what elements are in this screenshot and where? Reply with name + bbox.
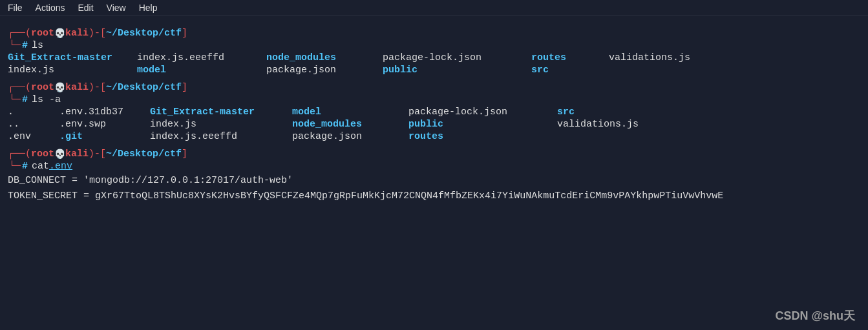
bracket-open-1: ┌──( <box>8 28 31 39</box>
ls-output-1: Git_Extract-master index.js.eeeffd node_… <box>8 52 860 76</box>
watermark: CSDN @shu天 <box>775 308 855 324</box>
ls-item: Git_Extract-master <box>8 52 137 63</box>
ls-item: .env.swp <box>59 119 150 130</box>
prompt-host-1: kali <box>65 28 89 39</box>
bracket-open-2: ┌──( <box>8 82 31 93</box>
ls-item <box>609 65 860 76</box>
prompt-path-1: ~/Desktop/ctf <box>106 28 182 39</box>
command-env-file: .env <box>49 161 72 172</box>
ls-item: index.js <box>150 119 292 130</box>
command-line-2: └─ # ls -a <box>9 94 860 105</box>
ls-item: package-lock.json <box>408 107 557 118</box>
ls-item: index.js.eeeffd <box>150 131 292 142</box>
command-line-3: └─ # cat .env <box>9 161 860 172</box>
terminal-block-1: ┌──( root 💀 kali )-[ ~/Desktop/ctf ] └─ … <box>8 28 860 76</box>
ls-item: .env <box>8 131 59 142</box>
bracket-close-3: )-[ <box>89 149 106 160</box>
skull-icon-3: 💀 <box>54 149 65 160</box>
ls-item: node_modules <box>292 119 408 130</box>
terminal-body: ┌──( root 💀 kali )-[ ~/Desktop/ctf ] └─ … <box>0 16 868 323</box>
hash-symbol-2: # <box>22 94 28 105</box>
ls-item: model <box>292 107 408 118</box>
menu-view[interactable]: View <box>107 3 126 13</box>
ls-item: package.json <box>292 131 408 142</box>
prompt-user-2: root <box>31 82 54 93</box>
bracket-close-1: )-[ <box>89 28 106 39</box>
ls-item <box>635 119 860 130</box>
prompt-line-1: ┌──( root 💀 kali )-[ ~/Desktop/ctf ] <box>8 28 860 39</box>
env-line-2: TOKEN_SECRET = gXr67TtoQL8TShUc8XYsK2Hvs… <box>8 189 860 204</box>
prompt-host-2: kali <box>65 82 89 93</box>
ls-item: Git_Extract-master <box>150 107 292 118</box>
ls-item: .env.31db37 <box>59 107 150 118</box>
bracket-end-1: ] <box>182 28 187 39</box>
ls-item <box>557 131 635 142</box>
ls-item: index.js <box>8 65 137 76</box>
skull-icon-2: 💀 <box>54 82 65 93</box>
ls-item: . <box>8 107 59 118</box>
ls-item: .git <box>59 131 150 142</box>
ls-item: node_modules <box>266 52 383 63</box>
ls-item: validations.js <box>609 52 860 63</box>
command-text-2: ls -a <box>32 94 61 105</box>
ls-item: model <box>137 65 266 76</box>
ls-item: index.js.eeeffd <box>137 52 266 63</box>
menu-actions[interactable]: Actions <box>36 3 65 13</box>
prompt-path-3: ~/Desktop/ctf <box>106 149 182 160</box>
command-line-1: └─ # ls <box>9 40 860 51</box>
prompt-user-3: root <box>31 149 54 160</box>
prompt-host-3: kali <box>65 149 89 160</box>
ls-item: .. <box>8 119 59 130</box>
command-cat: cat <box>32 161 49 172</box>
bracket-end-2: ] <box>182 82 187 93</box>
bracket-open-3: ┌──( <box>8 149 31 160</box>
bracket-close-2: )-[ <box>89 82 106 93</box>
ls-item: public <box>383 65 531 76</box>
ls-item: validations.js <box>557 119 635 130</box>
terminal-block-3: ┌──( root 💀 kali )-[ ~/Desktop/ctf ] └─ … <box>8 149 860 204</box>
hash-symbol-1: # <box>22 40 28 51</box>
prompt-user-1: root <box>31 28 54 39</box>
bracket-end-3: ] <box>182 149 187 160</box>
menu-edit[interactable]: Edit <box>78 3 93 13</box>
env-line-1: DB_CONNECT = 'mongodb://127.0.0.1:27017/… <box>8 173 860 189</box>
prompt-line-2: ┌──( root 💀 kali )-[ ~/Desktop/ctf ] <box>8 82 860 93</box>
ls-item <box>635 131 860 142</box>
ls-item: package-lock.json <box>383 52 531 63</box>
ls-item: routes <box>531 52 609 63</box>
ls-item: src <box>531 65 609 76</box>
env-output: DB_CONNECT = 'mongodb://127.0.0.1:27017/… <box>8 173 860 204</box>
menu-file[interactable]: File <box>8 3 23 13</box>
connector-3: └─ <box>9 161 21 172</box>
hash-symbol-3: # <box>22 161 28 172</box>
ls-item: package.json <box>266 65 383 76</box>
menu-help[interactable]: Help <box>139 3 158 13</box>
terminal-block-2: ┌──( root 💀 kali )-[ ~/Desktop/ctf ] └─ … <box>8 82 860 142</box>
ls-item: routes <box>408 131 557 142</box>
ls-item: public <box>408 119 557 130</box>
command-text-1: ls <box>32 40 43 51</box>
prompt-path-2: ~/Desktop/ctf <box>106 82 182 93</box>
ls-item <box>635 107 860 118</box>
prompt-line-3: ┌──( root 💀 kali )-[ ~/Desktop/ctf ] <box>8 149 860 160</box>
title-bar: File Actions Edit View Help <box>0 0 868 16</box>
connector-2: └─ <box>9 94 21 105</box>
ls-a-output: . .env.31db37 Git_Extract-master model p… <box>8 107 860 142</box>
ls-item: src <box>557 107 635 118</box>
skull-icon-1: 💀 <box>54 28 65 39</box>
connector-1: └─ <box>9 40 21 51</box>
